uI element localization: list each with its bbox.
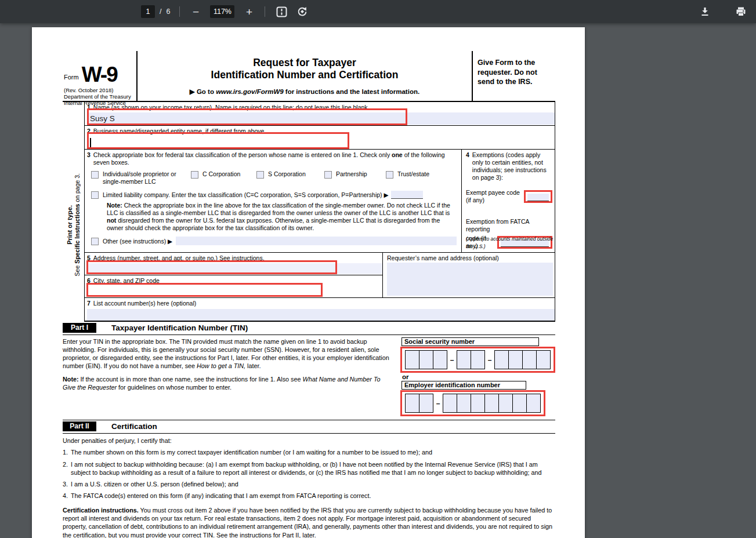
address-column: 5 Address (number, street, and apt. or s…	[85, 253, 383, 297]
address-requester-block: 5 Address (number, street, and apt. or s…	[85, 253, 555, 298]
c-corporation-checkbox[interactable]	[191, 171, 198, 179]
zoom-out-button[interactable]: −	[189, 3, 202, 20]
llc-row: Limited liability company. Enter the tax…	[91, 191, 458, 199]
item-text: I am a U.S. citizen or other U.S. person…	[71, 480, 555, 488]
checkbox-item-s-corp: S Corporation	[256, 170, 324, 185]
ssn-cell	[433, 350, 447, 369]
checkbox-item-partnership: Partnership	[324, 170, 386, 185]
partnership-checkbox[interactable]	[324, 171, 332, 179]
form-number: W-9	[82, 66, 117, 83]
print-icon[interactable]	[734, 3, 748, 20]
ssn-cell	[494, 350, 509, 369]
item-number: 1.	[63, 448, 71, 456]
requester-column: Requester’s name and address (optional)	[383, 253, 555, 297]
pdf-canvas: Form W-9 (Rev. October 2018) Department …	[0, 23, 756, 538]
other-row: Other (see instructions) ▶	[91, 237, 457, 245]
goto-post: for instructions and the latest informat…	[284, 88, 420, 95]
llc-classification-field[interactable]	[391, 191, 423, 199]
line4-number: 4	[466, 151, 469, 181]
llc-note: Note: Check the appropriate box in the l…	[107, 202, 455, 232]
other-field[interactable]	[176, 237, 457, 245]
part1-body: Enter your TIN in the appropriate box. T…	[63, 335, 555, 420]
name-field-highlight	[87, 108, 407, 125]
ssn-group-3	[494, 350, 551, 369]
zoom-level: 117%	[210, 5, 234, 18]
form-header: Form W-9 (Rev. October 2018) Department …	[63, 51, 555, 102]
rotate-icon[interactable]	[295, 3, 309, 20]
page-number-input[interactable]: 1	[141, 5, 155, 18]
other-checkbox[interactable]	[91, 238, 99, 245]
ein-cell	[484, 394, 499, 413]
form-title-line1: Request for Taxpayer	[138, 57, 472, 69]
ein-field[interactable]: –	[400, 390, 545, 416]
ssn-cell	[471, 350, 485, 369]
trust-estate-checkbox[interactable]	[386, 171, 393, 179]
requester-field[interactable]	[387, 263, 553, 296]
checkbox-item-individual: Individual/sole proprietor or single-mem…	[91, 170, 191, 185]
fit-page-icon[interactable]	[274, 3, 288, 20]
part2-body: Under penalties of perjury, I certify th…	[63, 434, 555, 538]
part1-note: Note: If the account is in more than one…	[63, 375, 390, 391]
line3-label: 3 Check appropriate box for federal tax …	[87, 151, 458, 166]
individual-checkbox-label: Individual/sole proprietor or single-mem…	[103, 170, 191, 185]
ssn-field[interactable]: – –	[400, 347, 555, 373]
line4-label-text: Exemptions (codes apply only to certain …	[472, 151, 552, 181]
or-label: or	[402, 373, 555, 380]
ein-cell	[526, 394, 541, 413]
item-number: 3.	[63, 480, 71, 488]
w9-form-page: Form W-9 (Rev. October 2018) Department …	[32, 27, 585, 538]
form-department: Department of the Treasury	[64, 93, 134, 100]
part1-badge: Part I	[63, 323, 96, 333]
line7-label-text: List account number(s) here (optional)	[93, 300, 196, 307]
irs-url: www.irs.gov/FormW9	[216, 88, 284, 95]
part1-paragraph: Enter your TIN in the appropriate box. T…	[63, 337, 390, 370]
ein-dash: –	[433, 399, 443, 408]
item-text: The FATCA code(s) entered on this form (…	[71, 492, 555, 500]
zoom-in-button[interactable]: +	[243, 3, 255, 20]
form-header-center: Request for Taxpayer Identification Numb…	[138, 51, 473, 101]
business-name-field-highlight	[87, 132, 349, 149]
ssn-group-1	[405, 350, 447, 369]
certification-instructions: Certification instructions. You must cro…	[63, 506, 555, 538]
item-text: I am not subject to backup withholding b…	[71, 460, 555, 477]
ein-cell	[498, 394, 513, 413]
exempt-payee-label: Exempt payee code (if any)	[466, 189, 523, 204]
see-instructions-label: See Specific Instructions on page 3.	[74, 173, 81, 276]
requester-label: Requester’s name and address (optional)	[387, 255, 553, 261]
line7-number: 7	[87, 300, 91, 307]
print-or-type-label: Print or type.	[66, 205, 74, 245]
ssn-cell	[508, 350, 523, 369]
form-revision: (Rev. October 2018)	[64, 87, 134, 93]
certification-item: 4. The FATCA code(s) entered on this for…	[63, 492, 555, 500]
ein-group-1	[405, 394, 433, 413]
partnership-checkbox-label: Partnership	[336, 170, 367, 178]
line1-row: 1 Name (as shown on your income tax retu…	[85, 102, 555, 126]
toolbar-divider	[179, 6, 180, 17]
account-numbers-field[interactable]	[87, 309, 555, 321]
part1-text-column: Enter your TIN in the appropriate box. T…	[63, 337, 395, 416]
s-corporation-checkbox[interactable]	[256, 171, 264, 179]
certification-intro: Under penalties of perjury, I certify th…	[63, 437, 555, 445]
classification-exemptions-block: 3 Check appropriate box for federal tax …	[85, 150, 555, 253]
ssn-cell	[536, 350, 551, 369]
ein-cell	[457, 394, 471, 413]
certification-item: 1. The number shown on this form is my c…	[63, 448, 555, 456]
trust-estate-checkbox-label: Trust/estate	[397, 170, 429, 178]
llc-checkbox[interactable]	[91, 191, 99, 199]
page-separator: /	[160, 8, 161, 16]
city-state-zip-field-highlight	[86, 283, 323, 297]
address-field-highlight	[86, 260, 337, 274]
line2-row: 2 Business name/disregarded entity name,…	[85, 126, 555, 150]
page-total: 6	[166, 8, 170, 16]
line3-label-text: Check appropriate box for federal tax cl…	[93, 151, 458, 166]
other-label: Other (see instructions) ▶	[103, 238, 172, 245]
part2-heading: Part II Certification	[63, 420, 555, 434]
ssn-label-box: Social security number	[401, 337, 539, 346]
individual-checkbox[interactable]	[91, 171, 99, 179]
part2-badge: Part II	[63, 421, 96, 431]
ein-group-2	[443, 394, 541, 413]
give-form-note: Give Form to the requester. Do not send …	[473, 51, 555, 101]
line5-row: 5 Address (number, street, and apt. or s…	[85, 253, 382, 275]
exempt-payee-field[interactable]	[524, 190, 552, 203]
download-icon[interactable]	[698, 3, 712, 20]
